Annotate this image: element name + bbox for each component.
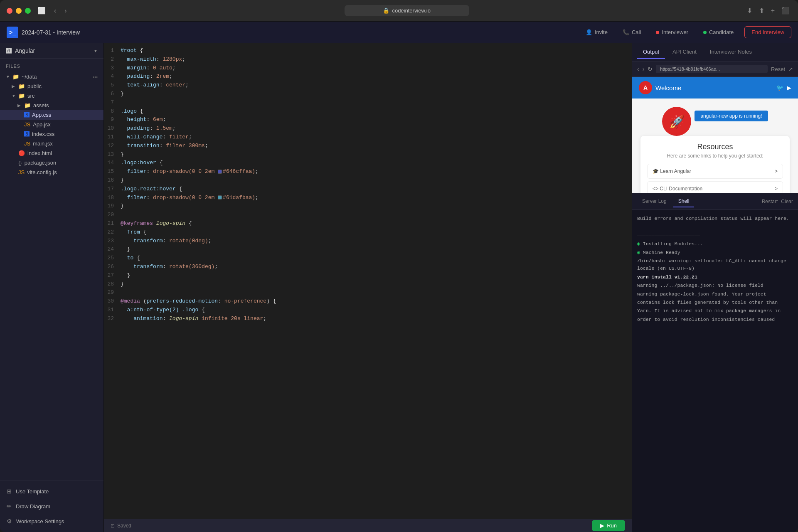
code-line: 24 } [104, 245, 632, 254]
url-box: 🔒 codeinterview.io [345, 5, 469, 16]
code-line: 2 max-width: 1280px; [104, 55, 632, 64]
html-file-icon: 🔴 [18, 150, 25, 156]
end-interview-button[interactable]: End Interview [744, 26, 791, 38]
tree-item-index-css[interactable]: ▶ 🅱 index.css [0, 129, 103, 139]
preview-brand: A Welcome [639, 81, 681, 94]
url-text: codeinterview.io [392, 7, 431, 14]
play-icon: ▶ [600, 522, 604, 529]
css-file-icon: 🅱 [24, 131, 30, 137]
js-file-icon: JS [18, 169, 25, 175]
maximize-button[interactable] [25, 8, 31, 14]
shell-actions: Restart Clear [762, 199, 793, 204]
code-line: 13 } [104, 150, 632, 159]
social-icons: 🐦 ▶ [776, 84, 791, 91]
tree-item-app-css[interactable]: ▶ 🅱 App.css [0, 110, 103, 120]
tree-item-index-html[interactable]: ▶ 🔴 index.html [0, 148, 103, 158]
language-selector[interactable]: 🅰 Angular ▼ [0, 43, 103, 59]
save-icon: ⊡ [111, 523, 115, 529]
browser-back-button[interactable]: ‹ [637, 66, 639, 72]
sidebar-toggle-icon[interactable]: ⬜ [36, 5, 47, 16]
tree-item-src[interactable]: ▼ 📁 src [0, 91, 103, 101]
learn-angular-link[interactable]: 🎓 Learn Angular > [647, 164, 783, 179]
cli-docs-link[interactable]: <> CLI Documentation > [647, 181, 783, 193]
tree-item-app-jsx[interactable]: ▶ JS App.jsx [0, 120, 103, 129]
restart-button[interactable]: Restart [762, 199, 778, 204]
run-button[interactable]: ▶ Run [592, 520, 625, 531]
preview-content: A Welcome 🐦 ▶ 🚀 angular-new app is runni… [632, 77, 798, 193]
youtube-icon: ▶ [787, 84, 791, 91]
clear-button[interactable]: Clear [781, 199, 793, 204]
code-line: 3 margin: 0 auto; [104, 64, 632, 73]
angular-icon: 🅰 [6, 47, 12, 54]
share-icon[interactable]: ⬆ [757, 5, 766, 16]
folder-icon: 📁 [24, 102, 31, 108]
download-icon[interactable]: ⬇ [745, 5, 754, 16]
minimize-button[interactable] [16, 8, 22, 14]
expand-icon: ▼ [6, 74, 10, 79]
tree-item-public[interactable]: ▶ 📁 public [0, 81, 103, 91]
resources-title: Resources [647, 143, 783, 151]
reset-button[interactable]: Reset [771, 66, 785, 72]
call-button[interactable]: 📞 Call [618, 27, 645, 38]
sidebar: 🅰 Angular ▼ FILES ▼ 📁 ~/data ••• ▶ 📁 pub… [0, 43, 104, 532]
browser-bar: ‹ › ↻ https://5418-4b91fefb466ae... Rese… [632, 62, 798, 77]
browser-forward-button[interactable]: › [643, 66, 645, 72]
tab-shell[interactable]: Shell [673, 196, 695, 207]
app-running-badge: angular-new app is running! [695, 111, 768, 121]
use-template-button[interactable]: ⊞ Use Template [0, 484, 103, 499]
open-external-icon[interactable]: ↗ [788, 66, 793, 72]
saved-label: Saved [117, 523, 131, 529]
header-actions: 👤 Invite 📞 Call Interviewer Candidate En… [581, 26, 791, 38]
main-layout: 🅰 Angular ▼ FILES ▼ 📁 ~/data ••• ▶ 📁 pub… [0, 43, 798, 532]
tree-item-assets[interactable]: ▶ 📁 assets [0, 101, 103, 110]
code-line: 32 animation: logo-spin infinite 20s lin… [104, 315, 632, 323]
tab-interviewer-notes[interactable]: Interviewer Notes [704, 45, 758, 59]
file-tree: ▼ 📁 ~/data ••• ▶ 📁 public ▼ 📁 src ▶ [0, 72, 103, 177]
tree-item-vite-config[interactable]: ▶ JS vite.config.js [0, 167, 103, 177]
code-line: 16 } [104, 176, 632, 185]
forward-icon[interactable]: › [63, 5, 68, 16]
pencil-icon: ✏ [7, 503, 12, 510]
editor-content[interactable]: 1 #root { 2 max-width: 1280px; 3 margin:… [104, 43, 632, 519]
tree-item-package-json[interactable]: ▶ {} package.json [0, 158, 103, 167]
lock-icon: 🔒 [383, 7, 389, 14]
tab-api-client[interactable]: API Client [667, 45, 702, 59]
tab-server-log[interactable]: Server Log [637, 196, 672, 207]
language-name: Angular [15, 47, 35, 54]
person-icon: 👤 [586, 29, 592, 35]
close-button[interactable] [7, 8, 12, 14]
editor-statusbar: ⊡ Saved ▶ Run [104, 519, 632, 532]
resources-sub: Here are some links to help you get star… [647, 153, 783, 159]
expand-icon: ▶ [17, 103, 22, 108]
code-line: 19 } [104, 202, 632, 211]
json-file-icon: {} [18, 160, 22, 166]
saved-badge: ⊡ Saved [111, 523, 131, 529]
invite-button[interactable]: 👤 Invite [581, 27, 612, 38]
interviewer-indicator[interactable]: Interviewer [652, 27, 692, 38]
tabs-icon[interactable]: ⬛ [780, 5, 791, 16]
candidate-indicator[interactable]: Candidate [699, 27, 738, 38]
shell-line [637, 223, 793, 231]
code-line: 6 } [104, 90, 632, 99]
sidebar-bottom: ⊞ Use Template ✏ Draw Diagram ⚙ Workspac… [0, 480, 103, 532]
folder-icon: 📁 [18, 93, 25, 99]
more-icon[interactable]: ••• [93, 74, 98, 79]
new-tab-icon[interactable]: + [769, 5, 776, 16]
code-line: 25 to { [104, 254, 632, 263]
folder-icon: 📁 [12, 74, 19, 80]
tree-item-main-jsx[interactable]: ▶ JS main.jsx [0, 139, 103, 148]
preview-tabs: Output API Client Interviewer Notes [632, 43, 798, 62]
editor-area: 1 #root { 2 max-width: 1280px; 3 margin:… [104, 43, 632, 532]
browser-reload-button[interactable]: ↻ [648, 66, 653, 72]
shell-line: Yarn. It is advised not to mix package m… [637, 307, 793, 315]
back-icon[interactable]: ‹ [52, 5, 58, 16]
shell-line: warning ../../package.json: No license f… [637, 282, 793, 289]
tree-item-data[interactable]: ▼ 📁 ~/data ••• [0, 72, 103, 81]
shell-output[interactable]: Build errors and compilation status will… [632, 210, 798, 532]
workspace-settings-label: Workspace Settings [16, 518, 64, 525]
shell-line: contains lock files generated by tools o… [637, 299, 793, 306]
tab-output[interactable]: Output [637, 45, 665, 59]
workspace-settings-button[interactable]: ⚙ Workspace Settings [0, 514, 103, 529]
draw-diagram-button[interactable]: ✏ Draw Diagram [0, 499, 103, 514]
code-line: 12 transition: filter 300ms; [104, 142, 632, 150]
